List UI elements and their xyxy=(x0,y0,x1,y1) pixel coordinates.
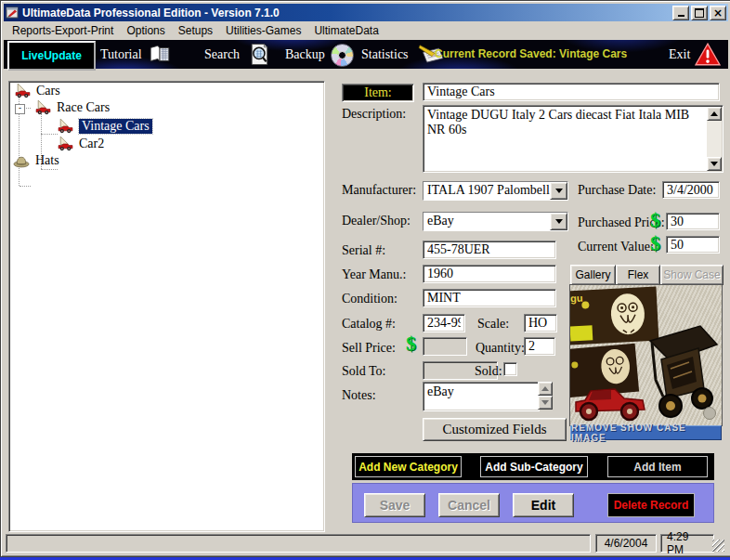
tree-item-cars[interactable]: Cars xyxy=(15,84,60,98)
description-label: Description: xyxy=(342,107,406,122)
car-icon xyxy=(58,119,73,134)
scale-input[interactable] xyxy=(524,314,557,332)
minimize-button[interactable] xyxy=(672,6,689,20)
tutorial-button[interactable]: Tutorial xyxy=(100,40,142,69)
show-case-photo: gu xyxy=(569,284,723,426)
item-label: Item: xyxy=(342,84,414,102)
exit-warning-icon[interactable] xyxy=(695,43,721,71)
search-button[interactable]: Search xyxy=(204,40,240,69)
tree-item-car2[interactable]: Car2 xyxy=(58,137,104,151)
search-icon[interactable] xyxy=(250,43,270,70)
resize-grip[interactable] xyxy=(712,540,724,552)
tree-item-hats[interactable]: Hats xyxy=(13,153,59,168)
record-actions-bar: Save Cancel Edit Delete Record xyxy=(352,483,714,523)
tab-gallery[interactable]: Gallery xyxy=(570,265,616,285)
sold-to-label: Sold To: xyxy=(342,364,385,379)
delete-record-button[interactable]: Delete Record xyxy=(607,493,695,517)
dealer-shop-combobox[interactable]: eBay xyxy=(423,212,568,231)
exit-button[interactable]: Exit xyxy=(669,40,690,69)
car-icon xyxy=(35,100,51,115)
car-icon xyxy=(15,84,31,98)
manufacturer-label: Manufacturer: xyxy=(342,183,416,198)
item-input[interactable] xyxy=(423,83,720,101)
main-toolbar: LiveUpdate Tutorial Search Backup Stat xyxy=(4,40,728,69)
cancel-button[interactable]: Cancel xyxy=(438,493,500,517)
close-button[interactable]: × xyxy=(710,6,726,20)
scroll-up-icon[interactable] xyxy=(538,382,553,396)
remove-show-case-button[interactable]: REMOVE SHOW CASE IMAGE xyxy=(570,425,722,440)
catalog-input[interactable] xyxy=(423,314,465,332)
dealer-shop-label: Dealer/Shop: xyxy=(342,214,411,228)
quantity-input[interactable] xyxy=(524,337,555,356)
menu-reports-export-print[interactable]: Reports-Export-Print xyxy=(6,22,120,39)
current-value-input[interactable] xyxy=(666,236,720,254)
add-buttons-bar: Add New Category Add Sub-Category Add It… xyxy=(352,453,714,480)
dollar-icon: $ xyxy=(650,211,660,229)
hat-icon xyxy=(13,154,30,168)
condition-input[interactable] xyxy=(423,289,556,307)
tree-connector xyxy=(20,186,31,187)
status-message-pane xyxy=(6,534,591,553)
add-item-button[interactable]: Add Item xyxy=(607,456,708,477)
status-date: 4/6/2004 xyxy=(595,534,657,553)
tree-item-race-cars[interactable]: Race Cars xyxy=(35,100,110,115)
condition-label: Condition: xyxy=(342,292,398,306)
app-window: UltimateData Professional Edition - Vers… xyxy=(0,0,730,557)
scroll-down-icon[interactable] xyxy=(707,157,722,171)
catalog-label: Catalog #: xyxy=(342,317,396,332)
desktop: UltimateData Professional Edition - Vers… xyxy=(0,0,730,560)
photo-red-car xyxy=(572,374,650,423)
record-status-text: Current Record Saved: Vintage Cars xyxy=(435,40,627,69)
maximize-button[interactable] xyxy=(691,6,708,20)
serial-input[interactable] xyxy=(423,241,556,259)
year-manu-input[interactable] xyxy=(423,265,556,283)
serial-label: Serial #: xyxy=(342,243,385,258)
title-bar[interactable]: UltimateData Professional Edition - Vers… xyxy=(4,4,728,21)
purchase-date-input[interactable] xyxy=(662,181,720,199)
tree-connector xyxy=(41,134,58,135)
dollar-icon: $ xyxy=(406,334,416,353)
notes-textarea[interactable]: eBay xyxy=(423,382,540,411)
tab-show-case[interactable]: Show Case xyxy=(660,265,723,285)
menu-utilities-games[interactable]: Utilities-Games xyxy=(219,22,307,39)
tutorial-book-icon[interactable] xyxy=(149,45,171,67)
customized-fields-button[interactable]: Customized Fields xyxy=(423,418,567,441)
description-scrollbar[interactable] xyxy=(707,107,722,171)
add-new-category-button[interactable]: Add New Category xyxy=(355,456,462,477)
tree-connector xyxy=(41,169,58,170)
manufacturer-combobox[interactable]: ITALA 1907 Palombella xyxy=(423,181,568,201)
tree-item-vintage-cars[interactable]: Vintage Cars xyxy=(58,119,152,134)
sold-checkbox[interactable] xyxy=(503,362,517,376)
car-icon xyxy=(58,137,73,151)
sold-label: Sold: xyxy=(475,364,502,379)
menu-options[interactable]: Options xyxy=(120,22,171,39)
year-manu-label: Year Manu.: xyxy=(342,267,406,282)
photo-watermark xyxy=(703,407,716,420)
menu-bar: Reports-Export-Print Options Setups Util… xyxy=(4,21,730,39)
dollar-icon: $ xyxy=(650,234,660,253)
notes-label: Notes: xyxy=(342,388,376,403)
scroll-down-icon[interactable] xyxy=(538,396,553,410)
sell-price-label: Sell Price: xyxy=(342,341,396,356)
backup-button[interactable]: Backup xyxy=(285,40,325,69)
status-time: 4:29 PM xyxy=(660,534,714,553)
purchased-price-input[interactable] xyxy=(666,213,720,230)
save-button[interactable]: Save xyxy=(364,493,425,517)
chevron-down-icon[interactable] xyxy=(550,213,567,230)
app-icon xyxy=(6,7,19,19)
tab-flex[interactable]: Flex xyxy=(616,265,660,285)
edit-button[interactable]: Edit xyxy=(513,493,574,517)
menu-ultimatedata[interactable]: UltimateData xyxy=(307,22,385,39)
chevron-down-icon[interactable] xyxy=(550,182,567,200)
add-sub-category-button[interactable]: Add Sub-Category xyxy=(480,456,588,477)
statistics-button[interactable]: Statistics xyxy=(361,40,409,69)
category-tree: Cars - Race Cars Vintage Cars xyxy=(8,81,325,532)
description-textarea[interactable]: Vintage DUGU Italy 2 Cars diecast Fiat I… xyxy=(423,105,723,173)
liveupdate-button[interactable]: LiveUpdate xyxy=(7,41,96,71)
notes-scrollbar[interactable] xyxy=(538,382,553,410)
status-bar: 4/6/2004 4:29 PM xyxy=(4,532,728,554)
backup-cd-icon[interactable] xyxy=(331,44,354,67)
scroll-up-icon[interactable] xyxy=(707,107,722,121)
menu-setups[interactable]: Setups xyxy=(172,22,219,39)
tree-expander-race-cars[interactable]: - xyxy=(15,104,25,114)
